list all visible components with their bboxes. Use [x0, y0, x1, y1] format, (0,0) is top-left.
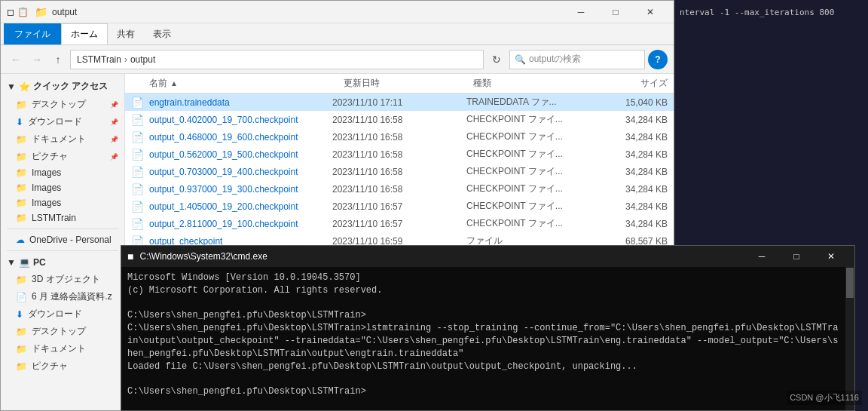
quick-access-header[interactable]: ▼ ⭐ クイック アクセス — [1, 77, 124, 96]
sidebar-item-desktop2[interactable]: 📁 デスクトップ — [1, 323, 124, 340]
file-type: CHECKPOINT ファイ... — [466, 182, 601, 195]
col-header-size[interactable]: サイズ — [603, 77, 668, 90]
table-row[interactable]: 📄 output_1.405000_19_200.checkpoint 2023… — [125, 198, 674, 215]
folder-icon: 📁 — [16, 344, 27, 354]
sidebar-item-documents[interactable]: 📁 ドキュメント 📌 — [1, 130, 124, 148]
col-header-name[interactable]: 名前 ▲ — [131, 77, 344, 90]
cmd-maximize-button[interactable]: □ — [779, 246, 814, 267]
title-controls: ─ □ ✕ — [564, 1, 668, 23]
cmd-body: Microsoft Windows [Version 10.0.19045.35… — [121, 267, 845, 410]
file-size: 34,284 KB — [601, 201, 668, 212]
sidebar-item-images2[interactable]: 📁 Images — [1, 180, 124, 195]
sidebar-item-lstmtrain[interactable]: 📁 LSTMTrain — [1, 210, 124, 225]
sidebar-item-3d[interactable]: 📁 3D オブジェクト — [1, 271, 124, 288]
col-name-label: 名前 — [149, 77, 167, 90]
background-text: nterval -1 --max_iterations 800 — [672, 0, 868, 25]
col-header-type[interactable]: 種類 — [473, 77, 603, 90]
download-icon: ⬇ — [16, 309, 23, 320]
forward-button[interactable]: → — [28, 51, 46, 69]
file-icon: 📄 — [16, 292, 27, 302]
table-row[interactable]: 📄 output_0.402000_19_700.checkpoint 2023… — [125, 111, 674, 128]
table-row[interactable]: 📄 engtrain.traineddata 2023/11/10 17:11 … — [125, 94, 674, 111]
sidebar-item-label: ピクチャ — [32, 360, 68, 373]
col-header-date[interactable]: 更新日時 — [344, 77, 473, 90]
sidebar-item-onedrive[interactable]: ☁ OneDrive - Personal — [1, 232, 124, 247]
pc-label: PC — [33, 257, 46, 268]
maximize-button[interactable]: □ — [598, 1, 633, 23]
up-button[interactable]: ↑ — [49, 51, 67, 69]
file-date: 2023/11/10 16:58 — [332, 149, 466, 160]
sidebar-item-label: OneDrive - Personal — [29, 235, 112, 245]
back-button[interactable]: ← — [7, 51, 25, 69]
sidebar-item-label: デスクトップ — [32, 98, 86, 111]
file-type: CHECKPOINT ファイ... — [466, 165, 601, 178]
pc-icon: 💻 — [19, 257, 30, 268]
table-row[interactable]: 📄 output_2.811000_19_100.checkpoint 2023… — [125, 215, 674, 232]
sidebar-item-documents2[interactable]: 📁 ドキュメント — [1, 340, 124, 357]
sidebar-item-label: 6 月 連絡会議資料.z — [32, 290, 112, 303]
tab-home[interactable]: ホーム — [61, 23, 108, 44]
sidebar-item-june[interactable]: 📄 6 月 連絡会議資料.z — [1, 288, 124, 305]
sidebar-item-label: ドキュメント — [32, 133, 86, 146]
sidebar-item-images1[interactable]: 📁 Images — [1, 165, 124, 180]
file-name-text: output_0.402000_19_700.checkpoint — [149, 115, 298, 125]
cmd-minimize-button[interactable]: ─ — [744, 246, 779, 267]
cmd-title: C:\Windows\System32\cmd.exe — [139, 251, 744, 262]
table-row[interactable]: 📄 output_0.937000_19_300.checkpoint 2023… — [125, 180, 674, 198]
refresh-button[interactable]: ↻ — [487, 50, 506, 69]
pc-chevron: ▼ — [7, 257, 16, 268]
ribbon: ファイル ホーム 共有 表示 — [1, 23, 674, 45]
folder-icon: 📁 — [16, 198, 27, 208]
download-icon: ⬇ — [16, 117, 23, 127]
file-icon: 📄 — [131, 114, 145, 126]
file-type: CHECKPOINT ファイ... — [466, 200, 601, 213]
tab-share[interactable]: 共有 — [108, 23, 144, 44]
close-button[interactable]: ✕ — [633, 1, 668, 23]
file-icon: 📄 — [131, 131, 145, 143]
folder-icon: 📁 — [16, 327, 27, 337]
sidebar-item-label: ダウンロード — [28, 308, 82, 321]
title-bar-title: 📁 output — [35, 6, 564, 18]
file-icon: 📄 — [131, 97, 145, 109]
table-row[interactable]: 📄 output_0.468000_19_600.checkpoint 2023… — [125, 128, 674, 146]
table-row[interactable]: 📄 output_0.562000_19_500.checkpoint 2023… — [125, 146, 674, 163]
address-path[interactable]: LSTMTrain › output — [70, 50, 484, 69]
pc-header[interactable]: ▼ 💻 PC — [1, 254, 124, 271]
file-size: 34,284 KB — [601, 184, 668, 195]
title-bar: ◻ 📋 📁 output ─ □ ✕ — [1, 1, 674, 23]
tab-file[interactable]: ファイル — [4, 23, 61, 44]
file-size: 34,284 KB — [601, 149, 668, 160]
title-bar-icon2: 📋 — [17, 7, 29, 17]
file-icon: 📄 — [131, 149, 145, 161]
sidebar: ▼ ⭐ クイック アクセス 📁 デスクトップ 📌 ⬇ ダウンロード 📌 📁 ドキ… — [1, 74, 125, 410]
sidebar-item-pictures2[interactable]: 📁 ピクチャ — [1, 357, 124, 375]
tab-view[interactable]: 表示 — [144, 23, 180, 44]
title-folder-icon: 📁 — [35, 6, 47, 18]
minimize-button[interactable]: ─ — [564, 1, 598, 23]
title-bar-icons: ◻ 📋 — [7, 7, 29, 17]
sidebar-item-images3[interactable]: 📁 Images — [1, 195, 124, 210]
file-name-text: output_0.937000_19_300.checkpoint — [149, 184, 298, 195]
title-bar-icon1: ◻ — [7, 7, 14, 17]
file-name-text: output_2.811000_19_100.checkpoint — [149, 219, 298, 229]
cmd-close-button[interactable]: ✕ — [814, 246, 848, 267]
file-size: 34,284 KB — [601, 115, 668, 125]
sort-arrow: ▲ — [170, 79, 178, 87]
file-icon: 📄 — [131, 166, 145, 178]
cmd-scrollbar[interactable] — [845, 267, 854, 410]
table-row[interactable]: 📄 output_0.703000_19_400.checkpoint 2023… — [125, 163, 674, 180]
sidebar-item-desktop[interactable]: 📁 デスクトップ 📌 — [1, 96, 124, 113]
quick-access-label: クイック アクセス — [33, 80, 108, 93]
cmd-title-bar: ■ C:\Windows\System32\cmd.exe ─ □ ✕ — [121, 246, 854, 267]
path-part-2: output — [130, 54, 155, 65]
file-type: CHECKPOINT ファイ... — [466, 148, 601, 161]
sidebar-item-pictures[interactable]: 📁 ピクチャ 📌 — [1, 148, 124, 165]
search-box[interactable]: 🔍 outputの検索 — [509, 50, 645, 69]
file-name-text: output_0.562000_19_500.checkpoint — [149, 149, 298, 160]
cmd-scrollbar-thumb[interactable] — [846, 268, 854, 298]
sidebar-item-downloads[interactable]: ⬇ ダウンロード 📌 — [1, 113, 124, 130]
pin-icon: 📌 — [110, 136, 118, 143]
sidebar-item-downloads2[interactable]: ⬇ ダウンロード — [1, 305, 124, 323]
help-button[interactable]: ? — [648, 50, 668, 69]
search-placeholder: outputの検索 — [529, 53, 581, 66]
